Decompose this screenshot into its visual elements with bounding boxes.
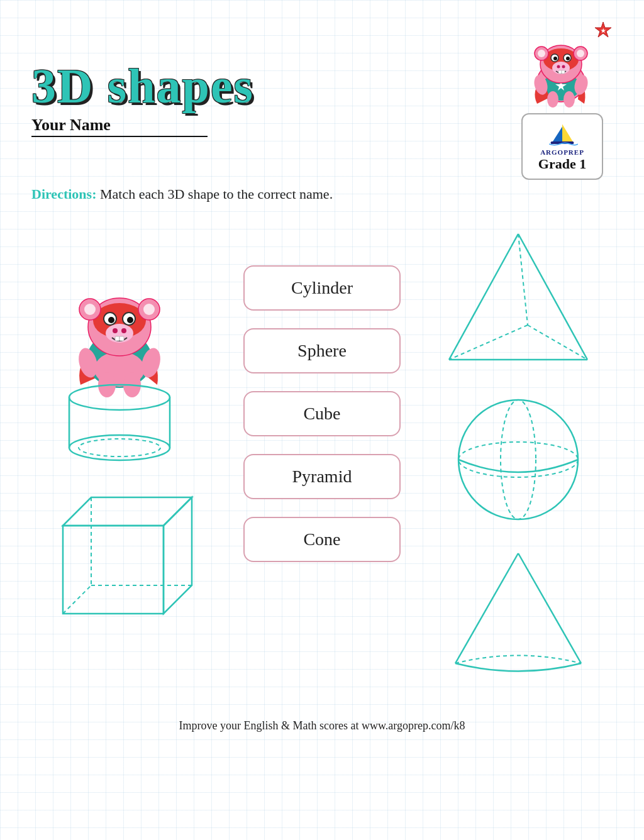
svg-point-12 <box>557 65 560 69</box>
svg-point-35 <box>143 304 155 315</box>
svg-rect-54 <box>63 526 164 614</box>
cone-shape <box>443 547 594 688</box>
title-area: 3D shapes Your Name <box>31 62 254 137</box>
svg-line-69 <box>455 553 518 663</box>
hippo-svg: ★ <box>512 19 613 110</box>
header: 3D shapes Your Name ★ <box>31 19 613 180</box>
cube-svg <box>50 482 201 620</box>
your-name-label: Your Name <box>31 116 208 137</box>
svg-point-19 <box>577 50 584 57</box>
label-pyramid[interactable]: Pyramid <box>243 454 401 499</box>
svg-point-33 <box>84 304 96 315</box>
footer: Improve your English & Math scores at ww… <box>31 719 613 745</box>
hippo-cylinder-group <box>44 234 208 469</box>
svg-marker-25 <box>553 127 562 141</box>
hippo-on-cylinder-svg <box>44 234 208 467</box>
svg-line-61 <box>518 234 587 360</box>
middle-labels: Cylinder Sphere Cube Pyramid Cone <box>220 221 424 562</box>
svg-line-64 <box>449 325 528 360</box>
svg-text:★: ★ <box>601 28 606 34</box>
svg-rect-15 <box>562 70 565 74</box>
svg-line-59 <box>63 585 91 614</box>
svg-line-70 <box>518 553 581 663</box>
svg-point-53 <box>79 439 160 456</box>
svg-point-42 <box>121 328 126 333</box>
svg-rect-44 <box>119 336 124 341</box>
svg-line-60 <box>449 234 518 360</box>
pyramid-shape <box>436 228 600 375</box>
argoprep-logo-icon <box>547 121 578 146</box>
svg-point-41 <box>113 328 118 333</box>
svg-point-39 <box>127 317 133 323</box>
brand-label: ARGOPREP <box>533 148 592 156</box>
svg-point-68 <box>501 400 536 519</box>
sphere-svg <box>443 394 594 526</box>
cone-svg <box>443 547 594 685</box>
svg-point-9 <box>553 57 557 60</box>
directions: Directions: Match each 3D shape to the c… <box>31 186 613 202</box>
worksheet-page: 3D shapes Your Name ★ <box>0 0 644 840</box>
svg-point-17 <box>538 50 545 57</box>
pyramid-svg <box>436 228 600 372</box>
svg-marker-24 <box>562 124 573 141</box>
right-shapes <box>424 221 613 688</box>
label-cube[interactable]: Cube <box>243 391 401 436</box>
svg-rect-43 <box>115 336 119 341</box>
hippo-mascot: ★ <box>512 19 613 107</box>
header-right: ★ <box>512 19 613 180</box>
grade-label: Grade 1 <box>533 156 592 172</box>
svg-marker-55 <box>63 497 192 526</box>
cube-shape <box>50 482 201 622</box>
logo-box: ARGOPREP Grade 1 <box>521 113 603 180</box>
main-title: 3D shapes <box>31 62 254 111</box>
directions-label: Directions: <box>31 186 96 202</box>
svg-point-10 <box>566 57 570 60</box>
svg-point-38 <box>108 317 114 323</box>
svg-marker-56 <box>164 497 192 614</box>
svg-rect-14 <box>558 70 562 74</box>
left-shapes <box>31 221 220 622</box>
shapes-area: Cylinder Sphere Cube Pyramid Cone <box>31 221 613 688</box>
label-cone[interactable]: Cone <box>243 517 401 562</box>
svg-point-49 <box>69 385 170 410</box>
svg-point-13 <box>562 65 565 69</box>
svg-point-23 <box>564 91 575 108</box>
label-cylinder[interactable]: Cylinder <box>243 265 401 311</box>
svg-point-66 <box>458 400 578 519</box>
svg-point-22 <box>547 91 558 108</box>
label-sphere[interactable]: Sphere <box>243 328 401 373</box>
directions-text: Match each 3D shape to the correct name. <box>100 186 333 202</box>
footer-text: Improve your English & Math scores at ww… <box>179 719 465 732</box>
sphere-shape <box>443 394 594 528</box>
